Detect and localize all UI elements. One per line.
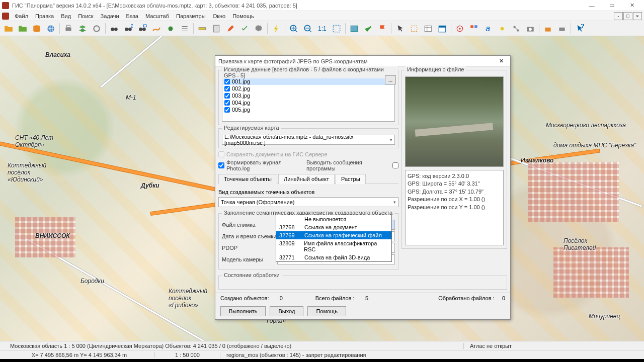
legend-icon[interactable] [467, 22, 480, 35]
gear-icon[interactable] [252, 22, 265, 35]
gps-photo-dialog: Привязка к карте фотографий JPEG по GPS-… [215, 55, 511, 320]
menu-view[interactable]: Вид [57, 12, 74, 20]
svg-point-6 [114, 27, 118, 31]
app-menu-icon [2, 13, 9, 20]
tab-points[interactable]: Точечные объекты [218, 174, 277, 184]
label-snt40: СНТ «40 Лет Октября» [15, 134, 60, 148]
search-text-icon[interactable]: a [122, 22, 135, 35]
dropdown-option: 32769Ссылка на графический файл [276, 231, 391, 239]
globe-icon[interactable] [44, 22, 57, 35]
save-server-checkbox [218, 151, 224, 157]
source-data-label: Исходные данные [всего файлов - 5 / файл… [222, 66, 398, 78]
menu-search[interactable]: Поиск [74, 12, 97, 20]
print-icon[interactable] [62, 22, 75, 35]
bolt-icon[interactable] [270, 22, 283, 35]
svg-point-26 [459, 28, 460, 29]
help-button[interactable]: Помощь [307, 306, 346, 316]
dialog-title: Привязка к карте фотографий JPEG по GPS-… [218, 58, 495, 64]
layers-icon[interactable] [76, 22, 89, 35]
menu-scale[interactable]: Масштаб [142, 12, 173, 20]
print2-icon[interactable] [555, 22, 569, 35]
target-icon[interactable] [453, 22, 466, 35]
semantics-dropdown[interactable]: Не выполняется 32768Ссылка на документ 3… [276, 215, 392, 262]
tab-raster[interactable]: Растры [336, 174, 366, 184]
statusbar-2: X= 7 495 866,56 m Y= 4 145 963,34 m 1 : … [0, 350, 644, 359]
menu-file[interactable]: Файл [11, 12, 32, 20]
browse-files-button[interactable]: ... [385, 75, 396, 84]
run-button[interactable]: Выполнить [220, 306, 266, 316]
label-lesparkhoz: Москворецкого леспаркхоза [546, 122, 626, 129]
table-icon[interactable] [422, 22, 435, 35]
export-icon[interactable] [541, 22, 554, 35]
window-icon[interactable] [348, 22, 361, 35]
select-icon[interactable] [408, 22, 421, 35]
maximize-button[interactable]: ▭ [602, 0, 622, 11]
form-log-checkbox[interactable] [218, 162, 224, 168]
calc-icon[interactable] [210, 22, 223, 35]
minimize-button[interactable]: — [582, 0, 602, 11]
svg-rect-24 [439, 26, 446, 27]
tools-icon[interactable] [90, 22, 103, 35]
app-icon [2, 2, 9, 9]
exit-button[interactable]: Выход [270, 306, 303, 316]
dialog-titlebar[interactable]: Привязка к карте фотографий JPEG по GPS-… [215, 56, 510, 67]
extent-icon[interactable] [330, 22, 343, 35]
pointer-icon[interactable] [393, 22, 407, 35]
dialog-close-button[interactable]: ✕ [495, 58, 507, 64]
menu-base[interactable]: База [123, 12, 142, 20]
show-msgs-checkbox[interactable] [392, 162, 398, 168]
file-item: 002.jpg [223, 85, 393, 92]
label-kottedzhny: Коттеджный посёлок «Юдинский» [8, 162, 58, 183]
help-icon[interactable]: ? [573, 22, 586, 35]
close-button[interactable]: ✕ [622, 0, 642, 11]
point-type-combo[interactable]: Точка черная (Оформление) [218, 197, 398, 207]
tab-line[interactable]: Линейный объект [278, 174, 335, 184]
svg-rect-3 [67, 25, 70, 28]
zoom-in-icon[interactable] [287, 22, 300, 35]
label-pisateley: Посёлок Писателей [564, 237, 609, 251]
menu-tasks[interactable]: Задачи [97, 12, 123, 20]
svg-rect-14 [199, 27, 206, 30]
camera-icon[interactable] [524, 22, 537, 35]
svg-rect-15 [213, 25, 219, 32]
path-icon[interactable] [150, 22, 163, 35]
calendar-icon[interactable] [436, 22, 449, 35]
connect-icon[interactable] [510, 22, 523, 35]
marker-icon[interactable] [164, 22, 177, 35]
zoom-out-icon[interactable] [301, 22, 314, 35]
edit-icon[interactable] [224, 22, 237, 35]
menu-edit[interactable]: Правка [32, 12, 57, 20]
svg-rect-22 [425, 26, 432, 31]
mdi-close[interactable]: × [633, 12, 642, 20]
menu-params[interactable]: Параметры [173, 12, 209, 20]
list-icon[interactable] [178, 22, 191, 35]
menu-help[interactable]: Помощь [229, 12, 258, 20]
check-icon[interactable] [238, 22, 251, 35]
file-info-text: GPS: код версии 2.3.0.0 GPS: Широта = 55… [405, 170, 504, 245]
zoom-1-1-icon[interactable]: 1:1 [315, 22, 329, 35]
sun-icon[interactable] [496, 22, 509, 35]
ruler-icon[interactable] [196, 22, 209, 35]
svg-rect-35 [559, 27, 565, 31]
svg-rect-28 [474, 25, 477, 28]
object-type-tabs: Точечные объекты Линейный объект Растры [218, 173, 398, 184]
mdi-restore[interactable]: □ [623, 12, 632, 20]
form-log-label: Формировать журнал Photo.log [226, 159, 304, 171]
open-icon[interactable] [2, 22, 15, 35]
accept-icon[interactable] [362, 22, 375, 35]
flag-icon[interactable] [376, 22, 389, 35]
show-msgs-label: Выводить сообщения программы [306, 159, 390, 171]
text-tool-icon[interactable]: a [481, 22, 495, 35]
dropdown-option: Не выполняется [276, 215, 391, 223]
menu-window[interactable]: Окно [209, 12, 229, 20]
mdi-minimize[interactable]: - [614, 12, 623, 20]
file-list[interactable]: 001.jpg 002.jpg 003.jpg 004.jpg 005.jpg [222, 76, 395, 122]
search-area-icon[interactable] [136, 22, 149, 35]
open-map-icon[interactable] [16, 22, 29, 35]
svg-rect-27 [470, 25, 473, 28]
label-borodki: Бородки [80, 278, 104, 285]
edited-map-combo[interactable]: E:\Московская обла\ru-mos.mptz - data_ru… [222, 135, 395, 145]
binoculars-icon[interactable] [108, 22, 121, 35]
db-icon[interactable] [30, 22, 43, 35]
point-type-label: Вид создаваемых точечных объектов [218, 189, 398, 195]
